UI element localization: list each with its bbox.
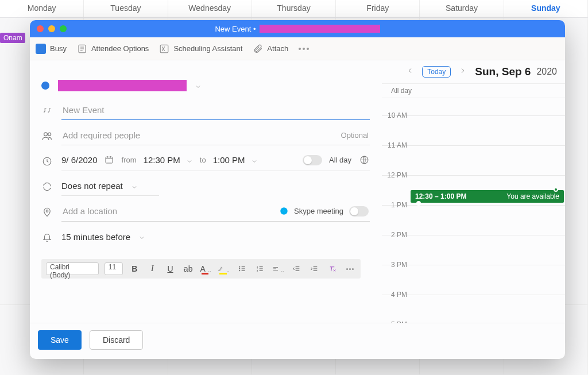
preview-event-block[interactable]: 12:30 – 1:00 PM You are available [411, 190, 564, 203]
hour-label: 1 PM [382, 201, 411, 209]
clear-formatting-button[interactable] [326, 262, 338, 275]
svg-text:3: 3 [257, 269, 258, 272]
svg-point-12 [239, 270, 240, 271]
font-color-button[interactable]: A [200, 262, 212, 275]
to-label: to [200, 156, 206, 164]
align-button[interactable] [272, 262, 285, 275]
timezone-icon[interactable] [358, 154, 370, 166]
skype-meeting-toggle[interactable] [349, 206, 369, 217]
window-title-account-redacted [260, 25, 380, 33]
rich-text-toolbar: Calibri (Body) 11 B I U ab A 123 [41, 259, 361, 279]
location-icon [41, 206, 53, 218]
calendar-color-dot [41, 82, 49, 90]
window-close-button[interactable] [37, 25, 44, 32]
preview-availability: You are available [506, 192, 559, 200]
preview-year-label: 2020 [536, 67, 557, 77]
toolbar-more-button[interactable] [299, 48, 309, 50]
numbered-list-button[interactable]: 123 [254, 262, 266, 275]
repeat-value[interactable]: Does not repeat [61, 181, 123, 191]
editor-toolbar: Busy Attendee Options Scheduling Assista… [30, 37, 565, 60]
location-input[interactable] [63, 206, 273, 216]
italic-button[interactable]: I [146, 262, 158, 275]
weekday-sunday: Sunday [504, 0, 588, 17]
indent-button[interactable] [308, 262, 320, 275]
status-busy-dropdown[interactable]: Busy [36, 44, 67, 54]
window-title-prefix: New Event • [215, 25, 256, 33]
busy-color-swatch [36, 44, 46, 54]
event-resize-top-handle[interactable] [554, 187, 558, 192]
svg-point-2 [44, 133, 48, 136]
rte-more-button[interactable] [344, 262, 356, 275]
window-zoom-button[interactable] [60, 25, 67, 32]
skype-meeting-label: Skype meeting [294, 207, 343, 215]
strikethrough-button[interactable]: ab [182, 262, 194, 275]
svg-point-7 [46, 210, 48, 212]
editor-footer: Save Discard [30, 323, 565, 359]
bold-button[interactable]: B [129, 262, 141, 275]
underline-button[interactable]: U [164, 262, 176, 275]
attendee-options-button[interactable]: Attendee Options [77, 44, 149, 54]
reminder-value[interactable]: 15 minutes before [61, 232, 130, 242]
from-label: from [122, 156, 137, 164]
event-title-input[interactable] [63, 105, 369, 115]
svg-point-11 [239, 268, 240, 269]
calendar-select-caret-icon[interactable] [195, 82, 202, 89]
preview-event-time: 12:30 – 1:00 PM [415, 192, 466, 200]
today-button[interactable]: Today [422, 66, 451, 78]
day-timeline[interactable]: 10 AM 11 AM 12 PM 1 PM 2 PM 3 PM 4 PM 5 … [382, 98, 565, 323]
font-size-select[interactable]: 11 [105, 262, 123, 275]
svg-rect-1 [161, 45, 169, 53]
save-button[interactable]: Save [38, 330, 82, 350]
all-day-toggle[interactable] [303, 155, 322, 165]
attendee-options-icon [77, 44, 87, 54]
allday-row-label: All day [386, 87, 415, 95]
hour-label: 10 AM [382, 111, 411, 119]
quote-icon [41, 105, 53, 117]
all-day-label: All day [329, 156, 351, 164]
reminder-caret-icon[interactable] [138, 233, 145, 240]
window-titlebar[interactable]: New Event • [30, 20, 565, 37]
event-body-editor[interactable] [41, 279, 370, 316]
new-event-window: New Event • Busy Attendee Options Schedu… [30, 20, 565, 359]
event-date-field[interactable]: 9/ 6/2020 [61, 155, 98, 165]
discard-button[interactable]: Discard [90, 330, 143, 350]
attendee-options-label: Attendee Options [91, 44, 149, 53]
prev-day-button[interactable] [404, 64, 416, 79]
weekday-saturday: Saturday [420, 0, 504, 17]
day-preview-panel: Today Sun, Sep 6 2020 All day 10 AM 11 A… [381, 60, 565, 323]
weekday-thursday: Thursday [252, 0, 336, 17]
required-people-input[interactable] [63, 130, 335, 140]
svg-rect-5 [106, 157, 113, 163]
outdent-button[interactable] [291, 262, 303, 275]
scheduling-assistant-label: Scheduling Assistant [173, 44, 242, 53]
bullet-list-button[interactable] [236, 262, 248, 275]
event-resize-bottom-handle[interactable] [416, 201, 421, 206]
hour-label: 5 PM [382, 320, 411, 323]
repeat-caret-icon[interactable] [131, 183, 138, 190]
date-picker-icon[interactable] [105, 155, 115, 165]
weekday-wednesday: Wednesday [168, 0, 252, 17]
hour-label: 2 PM [382, 231, 411, 239]
people-icon [41, 130, 53, 142]
start-time-field[interactable]: 12:30 PM [144, 155, 193, 165]
scheduling-assistant-icon [159, 44, 169, 54]
scheduling-assistant-button[interactable]: Scheduling Assistant [159, 44, 242, 54]
attach-button[interactable]: Attach [253, 44, 288, 54]
hour-label: 4 PM [382, 291, 411, 299]
highlight-button[interactable] [218, 262, 230, 275]
optional-people-link[interactable]: Optional [341, 131, 369, 140]
calendar-selector-row [41, 74, 370, 97]
hour-label: 3 PM [382, 261, 411, 269]
next-day-button[interactable] [457, 64, 469, 79]
window-minimize-button[interactable] [48, 25, 55, 32]
svg-point-10 [239, 266, 240, 268]
busy-label: Busy [50, 44, 67, 53]
svg-text:S: S [282, 208, 285, 214]
bg-event-onam[interactable]: Onam [0, 33, 25, 43]
weekday-tuesday: Tuesday [84, 0, 168, 17]
bell-icon [41, 231, 53, 243]
font-family-select[interactable]: Calibri (Body) [46, 262, 99, 275]
end-time-field[interactable]: 1:00 PM [213, 155, 258, 165]
weekday-header-row: Monday Tuesday Wednesday Thursday Friday… [0, 0, 588, 18]
hour-label: 11 AM [382, 141, 411, 149]
